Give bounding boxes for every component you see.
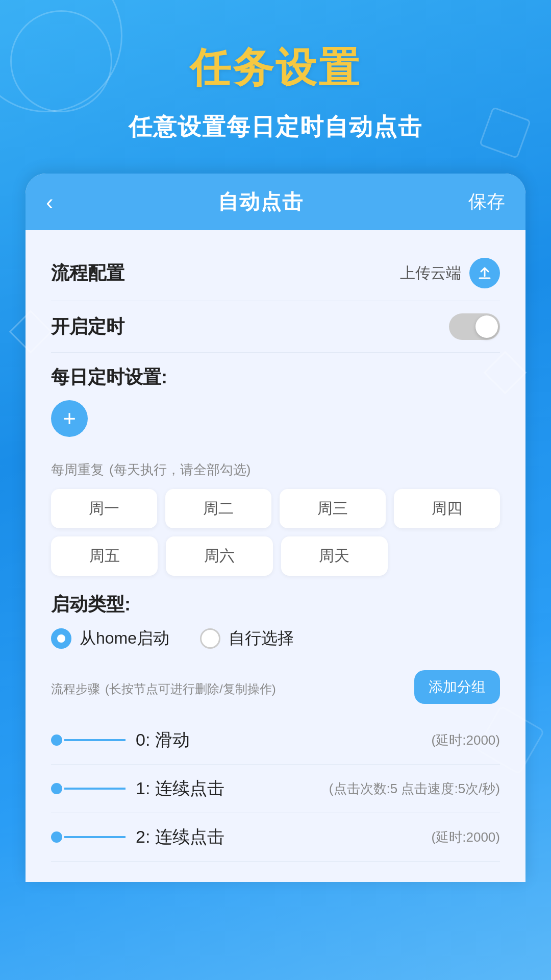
weekly-repeat-hint: (每天执行，请全部勾选) (109, 462, 251, 477)
step-item-0: 0: 滑动 (延时:2000) (51, 716, 500, 765)
weekly-grid-bottom: 周五 周六 周天 (51, 536, 388, 576)
upload-button[interactable] (469, 258, 500, 288)
launch-option-custom-label: 自行选择 (229, 627, 294, 650)
step-dot-2 (51, 831, 62, 843)
daily-timer-section: 每日定时设置: + (51, 353, 500, 445)
steps-section: 流程步骤 (长按节点可进行删除/复制操作) 添加分组 0: 滑动 (延时:200… (51, 658, 500, 862)
flow-config-row: 流程配置 上传云端 (51, 246, 500, 301)
steps-title: 流程步骤 (51, 682, 100, 696)
upload-icon (477, 265, 493, 281)
steps-label: 流程步骤 (长按节点可进行删除/复制操作) (51, 676, 276, 698)
daily-timer-label: 每日定时设置: (51, 365, 500, 390)
timer-toggle[interactable] (449, 313, 500, 340)
page-subtitle: 任意设置每日定时自动点击 (0, 111, 551, 143)
weekly-repeat-label: 每周重复 (51, 462, 104, 477)
add-group-button[interactable]: 添加分组 (414, 670, 500, 704)
timer-enable-row: 开启定时 (51, 301, 500, 353)
add-timer-button[interactable]: + (51, 400, 88, 437)
steps-header: 流程步骤 (长按节点可进行删除/复制操作) 添加分组 (51, 670, 500, 704)
card-header: ‹ 自动点击 保存 (26, 174, 525, 230)
step-dash-2 (64, 836, 126, 838)
day-thursday[interactable]: 周四 (394, 489, 500, 528)
step-dash-0 (64, 739, 126, 741)
step-dash-1 (64, 788, 126, 790)
step-line-1 (51, 783, 126, 794)
launch-type-label: 启动类型: (51, 592, 500, 617)
launch-options: 从home启动 自行选择 (51, 627, 500, 650)
upload-section: 上传云端 (400, 258, 500, 288)
step-line-2 (51, 831, 126, 843)
step-item-1: 1: 连续点击 (点击次数:5 点击速度:5次/秒) (51, 765, 500, 813)
main-card: ‹ 自动点击 保存 流程配置 上传云端 开启定时 (26, 174, 525, 882)
step-detail-1: (点击次数:5 点击速度:5次/秒) (329, 780, 500, 798)
steps-hint: (长按节点可进行删除/复制操作) (105, 682, 276, 696)
upload-text: 上传云端 (400, 263, 461, 284)
step-content-0: 0: 滑动 (延时:2000) (136, 728, 500, 752)
radio-custom (200, 628, 220, 649)
launch-option-home[interactable]: 从home启动 (51, 627, 169, 650)
back-button[interactable]: ‹ (46, 189, 54, 215)
timer-enable-label: 开启定时 (51, 314, 124, 339)
day-monday[interactable]: 周一 (51, 489, 157, 528)
launch-option-custom[interactable]: 自行选择 (200, 627, 294, 650)
step-content-1: 1: 连续点击 (点击次数:5 点击速度:5次/秒) (136, 777, 500, 800)
step-name-1: 1: 连续点击 (136, 777, 224, 800)
card-body: 流程配置 上传云端 开启定时 每日定时设置: + (26, 230, 525, 882)
step-item-2: 2: 连续点击 (延时:2000) (51, 813, 500, 862)
day-sunday[interactable]: 周天 (281, 536, 388, 576)
radio-home (51, 628, 71, 649)
weekly-repeat-section: 每周重复 (每天执行，请全部勾选) 周一 周二 周三 周四 周五 周六 周天 (51, 445, 500, 580)
step-detail-2: (延时:2000) (432, 828, 500, 846)
day-saturday[interactable]: 周六 (166, 536, 272, 576)
step-name-2: 2: 连续点击 (136, 825, 224, 849)
launch-option-home-label: 从home启动 (80, 627, 169, 650)
weekly-repeat-header: 每周重复 (每天执行，请全部勾选) (51, 457, 500, 479)
step-dot-1 (51, 783, 62, 794)
save-button[interactable]: 保存 (468, 189, 505, 214)
launch-type-section: 启动类型: 从home启动 自行选择 (51, 580, 500, 658)
step-dot-0 (51, 734, 62, 746)
toggle-knob (475, 315, 498, 338)
step-name-0: 0: 滑动 (136, 728, 190, 752)
card-title: 自动点击 (218, 188, 304, 216)
bg-decoration-circle-2 (10, 10, 112, 112)
step-line-0 (51, 734, 126, 746)
day-tuesday[interactable]: 周二 (165, 489, 271, 528)
weekly-grid-top: 周一 周二 周三 周四 (51, 489, 500, 528)
step-content-2: 2: 连续点击 (延时:2000) (136, 825, 500, 849)
day-friday[interactable]: 周五 (51, 536, 158, 576)
flow-config-label: 流程配置 (51, 261, 124, 286)
day-wednesday[interactable]: 周三 (280, 489, 386, 528)
